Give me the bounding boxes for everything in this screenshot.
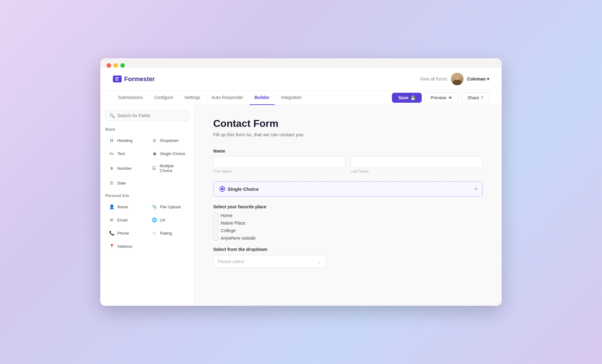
dropdown-placeholder: Please select (218, 259, 244, 264)
personal-info-section: Personal Info 👤 Name 📎 File Upload ✉ Ema… (105, 194, 189, 252)
field-date-label: Date (117, 181, 126, 185)
address-icon: 📍 (108, 243, 115, 249)
chevron-down-icon: ▾ (487, 76, 489, 81)
number-icon: 9 (108, 165, 115, 171)
field-date[interactable]: 🗓 Date (105, 177, 146, 189)
tab-integration[interactable]: Integration (276, 91, 307, 105)
name-icon: 👤 (108, 204, 115, 210)
sidebar: 🔍 Basic H Heading ⊟ Heading Dropdown (100, 105, 194, 306)
field-url[interactable]: 🌐 Url (148, 214, 189, 226)
checkbox-college[interactable] (213, 228, 218, 233)
checkbox-native-place[interactable] (213, 221, 218, 226)
field-address[interactable]: 📍 Address (105, 241, 146, 252)
maximize-button[interactable] (120, 63, 125, 68)
share-button[interactable]: Share ⤴ (462, 92, 489, 103)
tab-submissions[interactable]: Submissions (113, 91, 148, 105)
field-rating[interactable]: ☆ Rating (148, 227, 189, 239)
basic-section: Basic H Heading ⊟ Heading Dropdown Aa Te… (105, 127, 189, 189)
field-name-label: Name (117, 205, 128, 209)
nav-actions: Save 💾 Preview 👁 Share ⤴ (392, 92, 489, 103)
tab-configure[interactable]: Configure (149, 91, 178, 105)
field-heading[interactable]: H Heading (105, 135, 146, 146)
logo: Formester (113, 75, 155, 83)
field-phone-label: Phone (117, 231, 129, 236)
field-heading-label: Heading (117, 138, 132, 143)
field-number[interactable]: 9 Number (105, 161, 146, 175)
save-button[interactable]: Save 💾 (392, 93, 422, 103)
svg-rect-0 (115, 77, 119, 78)
name-field-section: Name First Name Last Name (213, 148, 483, 174)
logo-icon (113, 75, 122, 82)
field-file-upload[interactable]: 📎 File Upload (148, 201, 189, 212)
app-window: Formester View all forms Coleman ▾ Submi… (100, 58, 502, 306)
last-name-sublabel: Last Name (351, 169, 483, 174)
first-name-input[interactable] (213, 156, 346, 168)
field-dropdown[interactable]: ⊟ Heading Dropdown (148, 135, 189, 146)
phone-icon: 📞 (108, 230, 115, 236)
basic-fields-grid: H Heading ⊟ Heading Dropdown Aa Text ◉ (105, 135, 189, 189)
logo-text: Formester (124, 75, 155, 83)
option-native-place: Native Place (213, 221, 483, 226)
main-layout: 🔍 Basic H Heading ⊟ Heading Dropdown (100, 105, 502, 306)
dropdown-label: Select from the dropdown (213, 247, 483, 252)
avatar-head (454, 75, 460, 80)
nav-tab-list: Submissions Configure Settings Auto Resp… (113, 91, 307, 105)
tab-auto-responder[interactable]: Auto Responder (207, 91, 248, 105)
dragging-field-block[interactable]: Single Choice + (213, 181, 483, 197)
last-name-field: Last Name (351, 156, 483, 174)
svg-rect-2 (115, 80, 119, 81)
basic-section-title: Basic (105, 127, 189, 132)
checkbox-home[interactable] (213, 213, 218, 218)
dragging-field-label: Single Choice (219, 186, 259, 192)
personal-info-title: Personal Info (105, 194, 189, 198)
save-icon: 💾 (410, 96, 415, 100)
search-box[interactable]: 🔍 (105, 110, 189, 121)
field-file-upload-label: File Upload (160, 205, 181, 209)
form-canvas: Contact Form Fill up this form so, that … (194, 105, 502, 306)
field-text[interactable]: Aa Text (105, 148, 146, 159)
close-button[interactable] (107, 63, 111, 68)
nav-tabs: Submissions Configure Settings Auto Resp… (100, 91, 502, 105)
heading-icon: H (108, 137, 115, 143)
search-input[interactable] (117, 113, 185, 118)
dropdown-icon: ⊟ (151, 137, 158, 143)
email-icon: ✉ (108, 217, 115, 223)
field-single-choice[interactable]: ◉ Single Choice (148, 148, 189, 159)
rating-icon: ☆ (151, 230, 158, 236)
field-text-label: Text (117, 151, 125, 156)
field-number-label: Number (117, 166, 132, 171)
tab-settings[interactable]: Settings (179, 91, 205, 105)
drag-plus-icon: + (474, 185, 478, 193)
favorite-place-section: Select your favorite place Home Native P… (213, 204, 483, 241)
tab-builder[interactable]: Builder (250, 91, 275, 105)
username[interactable]: Coleman ▾ (467, 76, 489, 81)
preview-button[interactable]: Preview 👁 (425, 92, 458, 103)
radio-dot-inner (221, 188, 224, 190)
multiple-choice-icon: ☰ (151, 165, 157, 171)
svg-rect-1 (115, 79, 118, 79)
option-anywhere-outside-label: Anywhere outside (221, 236, 256, 241)
favorite-place-label: Select your favorite place (213, 204, 483, 209)
view-all-forms-link[interactable]: View all forms (420, 76, 447, 81)
search-icon: 🔍 (109, 113, 115, 118)
minimize-button[interactable] (114, 63, 118, 68)
field-email-label: Email (117, 218, 128, 222)
app-header: Formester View all forms Coleman ▾ (100, 68, 502, 91)
dropdown-section: Select from the dropdown Please select ⌄ (213, 247, 483, 268)
field-phone[interactable]: 📞 Phone (105, 227, 146, 239)
dropdown-chevron-icon: ⌄ (317, 258, 321, 264)
titlebar (100, 58, 502, 68)
avatar (451, 73, 463, 85)
field-name[interactable]: 👤 Name (105, 201, 146, 212)
dropdown-select[interactable]: Please select ⌄ (213, 255, 326, 268)
single-choice-icon: ◉ (151, 150, 158, 157)
option-anywhere-outside: Anywhere outside (213, 236, 483, 241)
option-college-label: College (221, 228, 235, 233)
field-url-label: Url (160, 218, 166, 222)
last-name-input[interactable] (351, 156, 483, 168)
field-single-choice-label: Single Choice (160, 151, 185, 156)
checkbox-anywhere-outside[interactable] (213, 236, 218, 241)
field-email[interactable]: ✉ Email (105, 214, 146, 226)
first-name-field: First Name (213, 156, 346, 174)
field-multiple-choice[interactable]: ☰ Multiple Choice (148, 161, 189, 175)
